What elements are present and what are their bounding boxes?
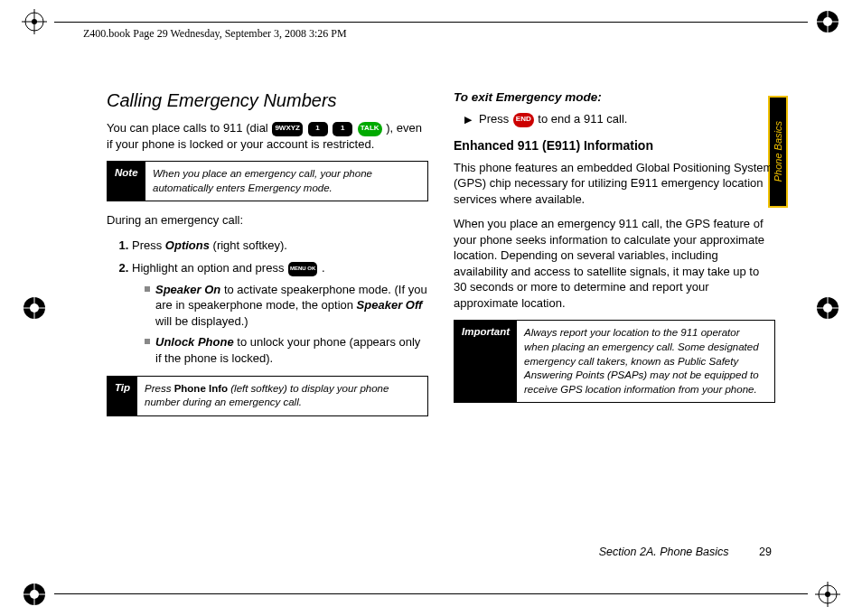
bullet-icon (145, 339, 150, 344)
footer-section: Section 2A. Phone Basics (599, 546, 729, 558)
e911-p1: This phone features an embedded Global P… (454, 160, 775, 208)
step-1: Press Options (right softkey). (132, 238, 428, 254)
key-9-icon: 9WXYZ (272, 122, 303, 136)
footer-page-number: 29 (759, 546, 772, 558)
important-body: Always report your location to the 911 o… (517, 321, 774, 402)
note-callout: Note When you place an emergency call, y… (107, 161, 428, 201)
crop-mark-icon (815, 295, 840, 321)
sub-option-speaker: Speaker On to activate speakerphone mode… (145, 282, 428, 330)
crop-mark-icon (22, 9, 47, 34)
key-1-icon: 1 (333, 122, 352, 136)
key-1-icon: 1 (308, 122, 328, 136)
sub-option-unlock: Unlock Phone to unlock your phone (appea… (145, 334, 428, 366)
important-label: Important (454, 321, 517, 402)
crop-mark-icon (22, 582, 47, 607)
note-body: When you place an emergency call, your p… (145, 162, 427, 201)
e911-heading: Enhanced 911 (E911) Information (454, 138, 775, 153)
intro-paragraph: You can place calls to 911 (dial 9WXYZ 1… (107, 120, 428, 152)
crop-line-top (54, 22, 808, 23)
page-content: Calling Emergency Numbers You can place … (107, 90, 775, 560)
key-talk-icon: TALK (358, 122, 382, 136)
section-title: Calling Emergency Numbers (107, 90, 428, 111)
crop-line-bottom (54, 593, 808, 594)
left-column: Calling Emergency Numbers You can place … (107, 90, 428, 560)
key-end-icon: END (513, 113, 534, 127)
right-column: To exit Emergency mode: ▶ Press END to e… (454, 90, 775, 560)
important-callout: Important Always report your location to… (454, 320, 775, 403)
tip-label: Tip (108, 377, 137, 415)
e911-p2: When you place an emergency 911 call, th… (454, 216, 775, 311)
step-2: Highlight an option and press MENU OK . … (132, 260, 428, 366)
exit-mode-heading: To exit Emergency mode: (454, 90, 775, 104)
key-menu-ok-icon: MENU OK (288, 262, 317, 276)
steps-list: Press Options (right softkey). Highlight… (132, 238, 428, 367)
page-header: Z400.book Page 29 Wednesday, September 3… (83, 27, 347, 41)
sub-options: Speaker On to activate speakerphone mode… (145, 282, 428, 367)
note-label: Note (108, 162, 145, 201)
crop-mark-icon (815, 582, 840, 607)
bullet-icon (145, 286, 150, 292)
arrow-icon: ▶ (464, 113, 472, 127)
tip-callout: Tip Press Phone Info (left softkey) to d… (107, 376, 428, 416)
page-footer: Section 2A. Phone Basics 29 (599, 546, 772, 558)
crop-mark-icon (815, 9, 840, 34)
tip-body: Press Phone Info (left softkey) to displ… (137, 377, 427, 415)
exit-step: ▶ Press END to end a 911 call. (464, 111, 775, 127)
crop-mark-icon (22, 295, 47, 321)
during-paragraph: During an emergency call: (107, 212, 428, 229)
